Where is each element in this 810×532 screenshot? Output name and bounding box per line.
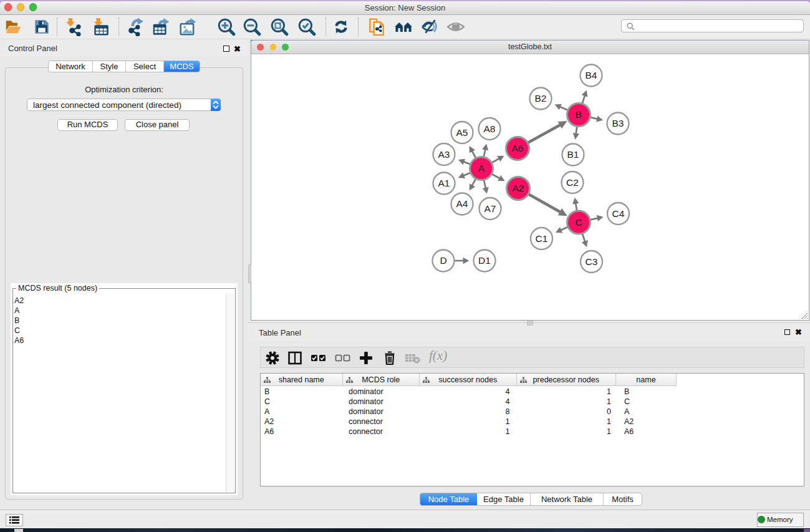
svg-text:C: C (575, 217, 582, 228)
svg-text:A8: A8 (484, 123, 496, 134)
svg-text:A5: A5 (456, 127, 468, 138)
svg-text:B3: B3 (612, 118, 624, 128)
svg-text:B4: B4 (586, 70, 597, 80)
svg-text:A: A (478, 163, 485, 173)
svg-text:D: D (440, 255, 446, 266)
svg-text:D1: D1 (478, 255, 491, 266)
svg-text:A1: A1 (438, 178, 450, 188)
svg-text:A3: A3 (438, 149, 450, 160)
svg-text:C2: C2 (566, 177, 579, 188)
svg-text:A4: A4 (456, 198, 468, 209)
svg-text:B2: B2 (535, 93, 547, 104)
svg-text:B1: B1 (567, 149, 579, 160)
svg-text:A2: A2 (513, 183, 524, 193)
svg-text:C1: C1 (536, 233, 548, 244)
svg-text:C4: C4 (612, 208, 625, 219)
svg-text:B: B (576, 109, 582, 120)
svg-text:A6: A6 (512, 143, 524, 153)
svg-text:C3: C3 (586, 256, 598, 267)
svg-text:A7: A7 (485, 203, 496, 214)
